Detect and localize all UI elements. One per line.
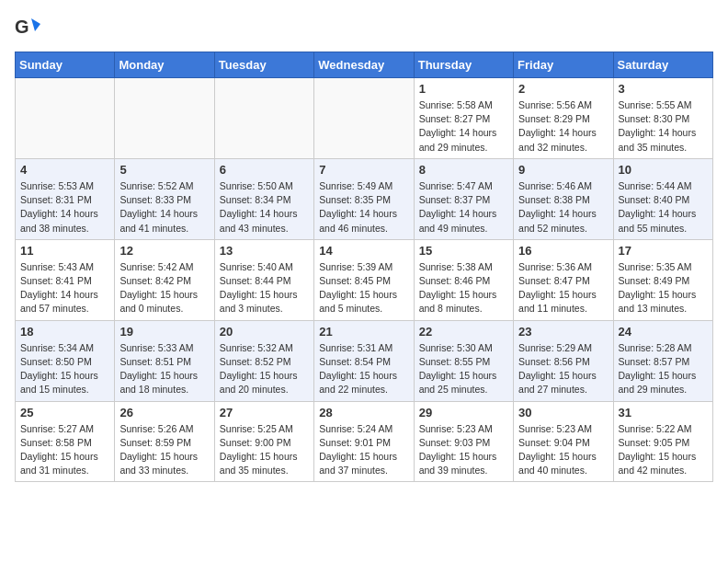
day-info: Sunrise: 5:42 AM Sunset: 8:42 PM Dayligh… <box>119 260 209 316</box>
day-info: Sunrise: 5:32 AM Sunset: 8:52 PM Dayligh… <box>220 341 309 397</box>
svg-text:G: G <box>15 17 29 37</box>
day-number: 13 <box>220 244 309 258</box>
day-number: 2 <box>518 82 608 96</box>
weekday-header-monday: Monday <box>115 52 214 78</box>
day-number: 15 <box>419 244 508 258</box>
day-number: 9 <box>518 163 608 177</box>
day-info: Sunrise: 5:22 AM Sunset: 9:05 PM Dayligh… <box>619 422 708 478</box>
calendar-cell: 9Sunrise: 5:46 AM Sunset: 8:38 PM Daylig… <box>514 158 613 239</box>
day-number: 26 <box>119 406 209 419</box>
day-number: 20 <box>220 325 309 339</box>
day-info: Sunrise: 5:46 AM Sunset: 8:38 PM Dayligh… <box>518 179 608 236</box>
day-number: 25 <box>20 406 109 419</box>
day-info: Sunrise: 5:44 AM Sunset: 8:40 PM Dayligh… <box>619 179 708 236</box>
day-number: 27 <box>220 406 309 419</box>
day-info: Sunrise: 5:56 AM Sunset: 8:29 PM Dayligh… <box>518 98 608 155</box>
day-number: 28 <box>319 406 408 419</box>
day-info: Sunrise: 5:29 AM Sunset: 8:56 PM Dayligh… <box>518 341 608 397</box>
calendar-table: SundayMondayTuesdayWednesdayThursdayFrid… <box>15 52 713 482</box>
day-number: 18 <box>20 325 109 339</box>
calendar-cell <box>115 78 214 159</box>
calendar-cell: 12Sunrise: 5:42 AM Sunset: 8:42 PM Dayli… <box>115 239 214 320</box>
calendar-week-2: 4Sunrise: 5:53 AM Sunset: 8:31 PM Daylig… <box>16 158 713 239</box>
calendar-cell: 20Sunrise: 5:32 AM Sunset: 8:52 PM Dayli… <box>214 320 313 401</box>
calendar-cell <box>314 78 414 159</box>
svg-marker-1 <box>31 18 40 31</box>
day-info: Sunrise: 5:55 AM Sunset: 8:30 PM Dayligh… <box>619 98 708 155</box>
day-number: 31 <box>619 406 708 419</box>
day-info: Sunrise: 5:26 AM Sunset: 8:59 PM Dayligh… <box>119 422 209 478</box>
calendar-cell <box>214 78 313 159</box>
day-number: 12 <box>119 244 209 258</box>
calendar-cell: 29Sunrise: 5:23 AM Sunset: 9:03 PM Dayli… <box>414 401 513 482</box>
calendar-cell: 25Sunrise: 5:27 AM Sunset: 8:58 PM Dayli… <box>16 401 115 482</box>
day-info: Sunrise: 5:31 AM Sunset: 8:54 PM Dayligh… <box>319 341 408 397</box>
day-info: Sunrise: 5:52 AM Sunset: 8:33 PM Dayligh… <box>119 179 209 236</box>
day-info: Sunrise: 5:23 AM Sunset: 9:04 PM Dayligh… <box>518 422 608 478</box>
day-info: Sunrise: 5:58 AM Sunset: 8:27 PM Dayligh… <box>419 98 508 155</box>
day-info: Sunrise: 5:25 AM Sunset: 9:00 PM Dayligh… <box>220 422 309 478</box>
day-number: 7 <box>319 163 408 177</box>
calendar-cell: 18Sunrise: 5:34 AM Sunset: 8:50 PM Dayli… <box>16 320 115 401</box>
calendar-cell: 17Sunrise: 5:35 AM Sunset: 8:49 PM Dayli… <box>613 239 712 320</box>
header: G <box>15 15 713 40</box>
calendar-cell: 8Sunrise: 5:47 AM Sunset: 8:37 PM Daylig… <box>414 158 513 239</box>
calendar-cell: 1Sunrise: 5:58 AM Sunset: 8:27 PM Daylig… <box>414 78 513 159</box>
calendar-cell: 5Sunrise: 5:52 AM Sunset: 8:33 PM Daylig… <box>115 158 214 239</box>
calendar-cell: 27Sunrise: 5:25 AM Sunset: 9:00 PM Dayli… <box>214 401 313 482</box>
day-number: 10 <box>619 163 708 177</box>
calendar-week-5: 25Sunrise: 5:27 AM Sunset: 8:58 PM Dayli… <box>16 401 713 482</box>
day-number: 4 <box>20 163 109 177</box>
day-info: Sunrise: 5:35 AM Sunset: 8:49 PM Dayligh… <box>619 260 708 316</box>
day-number: 8 <box>419 163 508 177</box>
logo-icon: G <box>15 15 40 40</box>
weekday-header-friday: Friday <box>514 52 613 78</box>
day-number: 30 <box>518 406 608 419</box>
day-number: 6 <box>220 163 309 177</box>
day-number: 19 <box>119 325 209 339</box>
day-info: Sunrise: 5:38 AM Sunset: 8:46 PM Dayligh… <box>419 260 508 316</box>
calendar-week-3: 11Sunrise: 5:43 AM Sunset: 8:41 PM Dayli… <box>16 239 713 320</box>
day-info: Sunrise: 5:30 AM Sunset: 8:55 PM Dayligh… <box>419 341 508 397</box>
calendar-cell: 10Sunrise: 5:44 AM Sunset: 8:40 PM Dayli… <box>613 158 712 239</box>
day-number: 16 <box>518 244 608 258</box>
day-number: 21 <box>319 325 408 339</box>
day-info: Sunrise: 5:24 AM Sunset: 9:01 PM Dayligh… <box>319 422 408 478</box>
calendar-cell: 24Sunrise: 5:28 AM Sunset: 8:57 PM Dayli… <box>613 320 712 401</box>
calendar-cell: 22Sunrise: 5:30 AM Sunset: 8:55 PM Dayli… <box>414 320 513 401</box>
day-info: Sunrise: 5:40 AM Sunset: 8:44 PM Dayligh… <box>220 260 309 316</box>
day-info: Sunrise: 5:53 AM Sunset: 8:31 PM Dayligh… <box>20 179 109 236</box>
calendar-cell: 30Sunrise: 5:23 AM Sunset: 9:04 PM Dayli… <box>514 401 613 482</box>
calendar-cell: 3Sunrise: 5:55 AM Sunset: 8:30 PM Daylig… <box>613 78 712 159</box>
day-info: Sunrise: 5:36 AM Sunset: 8:47 PM Dayligh… <box>518 260 608 316</box>
calendar-body: 1Sunrise: 5:58 AM Sunset: 8:27 PM Daylig… <box>16 78 713 482</box>
day-info: Sunrise: 5:27 AM Sunset: 8:58 PM Dayligh… <box>20 422 109 478</box>
calendar-cell: 21Sunrise: 5:31 AM Sunset: 8:54 PM Dayli… <box>314 320 414 401</box>
day-number: 5 <box>119 163 209 177</box>
day-info: Sunrise: 5:28 AM Sunset: 8:57 PM Dayligh… <box>619 341 708 397</box>
day-number: 1 <box>419 82 508 96</box>
day-info: Sunrise: 5:39 AM Sunset: 8:45 PM Dayligh… <box>319 260 408 316</box>
day-number: 14 <box>319 244 408 258</box>
weekday-header-sunday: Sunday <box>16 52 115 78</box>
day-number: 22 <box>419 325 508 339</box>
day-info: Sunrise: 5:34 AM Sunset: 8:50 PM Dayligh… <box>20 341 109 397</box>
weekday-header-row: SundayMondayTuesdayWednesdayThursdayFrid… <box>16 52 713 78</box>
calendar-cell: 4Sunrise: 5:53 AM Sunset: 8:31 PM Daylig… <box>16 158 115 239</box>
weekday-header-wednesday: Wednesday <box>314 52 414 78</box>
day-number: 29 <box>419 406 508 419</box>
calendar-cell: 2Sunrise: 5:56 AM Sunset: 8:29 PM Daylig… <box>514 78 613 159</box>
day-info: Sunrise: 5:50 AM Sunset: 8:34 PM Dayligh… <box>220 179 309 236</box>
weekday-header-thursday: Thursday <box>414 52 513 78</box>
day-info: Sunrise: 5:47 AM Sunset: 8:37 PM Dayligh… <box>419 179 508 236</box>
day-info: Sunrise: 5:43 AM Sunset: 8:41 PM Dayligh… <box>20 260 109 316</box>
calendar-cell: 23Sunrise: 5:29 AM Sunset: 8:56 PM Dayli… <box>514 320 613 401</box>
day-info: Sunrise: 5:23 AM Sunset: 9:03 PM Dayligh… <box>419 422 508 478</box>
calendar-cell: 16Sunrise: 5:36 AM Sunset: 8:47 PM Dayli… <box>514 239 613 320</box>
calendar-cell: 7Sunrise: 5:49 AM Sunset: 8:35 PM Daylig… <box>314 158 414 239</box>
calendar-cell: 19Sunrise: 5:33 AM Sunset: 8:51 PM Dayli… <box>115 320 214 401</box>
weekday-header-saturday: Saturday <box>613 52 712 78</box>
calendar-cell: 28Sunrise: 5:24 AM Sunset: 9:01 PM Dayli… <box>314 401 414 482</box>
day-number: 17 <box>619 244 708 258</box>
calendar-cell: 6Sunrise: 5:50 AM Sunset: 8:34 PM Daylig… <box>214 158 313 239</box>
